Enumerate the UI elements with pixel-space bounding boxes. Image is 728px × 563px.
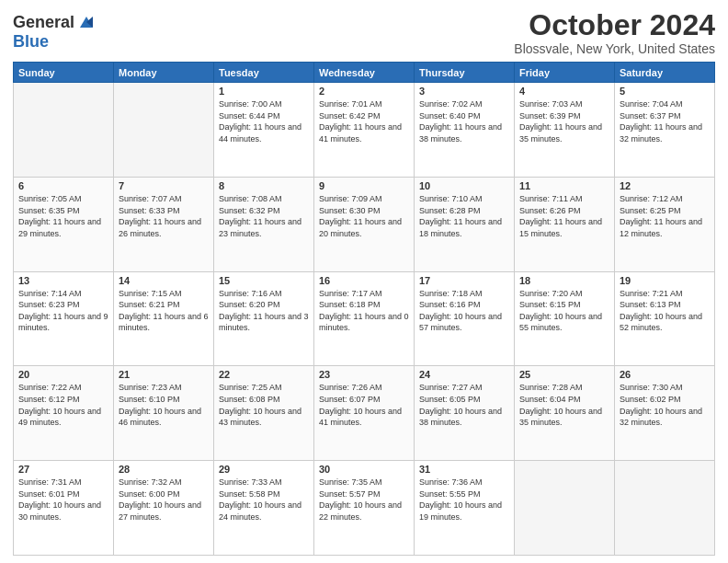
day-number: 20	[18, 369, 108, 380]
table-row: 11Sunrise: 7:11 AMSunset: 6:26 PMDayligh…	[515, 177, 615, 271]
table-row: 13Sunrise: 7:14 AMSunset: 6:23 PMDayligh…	[14, 271, 114, 366]
day-info: Sunrise: 7:26 AMSunset: 6:07 PMDaylight:…	[319, 382, 409, 428]
table-row	[14, 83, 114, 178]
table-row: 10Sunrise: 7:10 AMSunset: 6:28 PMDayligh…	[415, 177, 515, 271]
day-number: 4	[519, 86, 609, 97]
day-number: 17	[419, 275, 509, 286]
day-info: Sunrise: 7:21 AMSunset: 6:13 PMDaylight:…	[620, 288, 710, 334]
day-info: Sunrise: 7:14 AMSunset: 6:23 PMDaylight:…	[18, 288, 108, 334]
week-row-4: 27Sunrise: 7:31 AMSunset: 6:01 PMDayligh…	[14, 461, 715, 556]
day-number: 5	[620, 86, 710, 97]
location: Blossvale, New York, United States	[514, 41, 715, 56]
title-block: October 2024 Blossvale, New York, United…	[514, 9, 715, 56]
day-number: 9	[319, 180, 409, 191]
header-monday: Monday	[114, 63, 214, 83]
day-info: Sunrise: 7:23 AMSunset: 6:10 PMDaylight:…	[119, 382, 209, 428]
month-title: October 2024	[514, 9, 715, 41]
day-info: Sunrise: 7:02 AMSunset: 6:40 PMDaylight:…	[419, 98, 509, 144]
week-row-0: 1Sunrise: 7:00 AMSunset: 6:44 PMDaylight…	[14, 83, 715, 178]
logo-general-text: General	[13, 13, 74, 32]
table-row: 14Sunrise: 7:15 AMSunset: 6:21 PMDayligh…	[114, 271, 214, 366]
day-info: Sunrise: 7:15 AMSunset: 6:21 PMDaylight:…	[119, 288, 209, 334]
day-number: 24	[419, 369, 509, 380]
table-row: 3Sunrise: 7:02 AMSunset: 6:40 PMDaylight…	[415, 83, 515, 178]
table-row: 9Sunrise: 7:09 AMSunset: 6:30 PMDaylight…	[314, 177, 415, 271]
day-number: 22	[219, 369, 309, 380]
day-number: 14	[119, 275, 209, 286]
day-number: 21	[119, 369, 209, 380]
day-number: 31	[419, 464, 509, 475]
day-info: Sunrise: 7:09 AMSunset: 6:30 PMDaylight:…	[319, 193, 409, 239]
day-info: Sunrise: 7:07 AMSunset: 6:33 PMDaylight:…	[119, 193, 209, 239]
day-info: Sunrise: 7:33 AMSunset: 5:58 PMDaylight:…	[219, 477, 309, 523]
table-row: 24Sunrise: 7:27 AMSunset: 6:05 PMDayligh…	[415, 366, 515, 461]
table-row: 8Sunrise: 7:08 AMSunset: 6:32 PMDaylight…	[214, 177, 314, 271]
table-row: 28Sunrise: 7:32 AMSunset: 6:00 PMDayligh…	[114, 461, 214, 556]
header: General Blue October 2024 Blossvale, New…	[13, 9, 715, 56]
week-row-1: 6Sunrise: 7:05 AMSunset: 6:35 PMDaylight…	[14, 177, 715, 271]
day-number: 26	[620, 369, 710, 380]
header-tuesday: Tuesday	[214, 63, 314, 83]
day-info: Sunrise: 7:12 AMSunset: 6:25 PMDaylight:…	[620, 193, 710, 239]
table-row	[515, 461, 615, 556]
day-info: Sunrise: 7:11 AMSunset: 6:26 PMDaylight:…	[519, 193, 609, 239]
table-row: 16Sunrise: 7:17 AMSunset: 6:18 PMDayligh…	[314, 271, 415, 366]
day-number: 18	[519, 275, 609, 286]
table-row	[615, 461, 715, 556]
table-row: 4Sunrise: 7:03 AMSunset: 6:39 PMDaylight…	[515, 83, 615, 178]
table-row: 17Sunrise: 7:18 AMSunset: 6:16 PMDayligh…	[415, 271, 515, 366]
table-row: 20Sunrise: 7:22 AMSunset: 6:12 PMDayligh…	[14, 366, 114, 461]
day-number: 30	[319, 464, 409, 475]
day-info: Sunrise: 7:27 AMSunset: 6:05 PMDaylight:…	[419, 382, 509, 428]
day-number: 27	[18, 464, 108, 475]
day-number: 11	[519, 180, 609, 191]
page: General Blue October 2024 Blossvale, New…	[0, 0, 728, 563]
day-info: Sunrise: 7:05 AMSunset: 6:35 PMDaylight:…	[18, 193, 108, 239]
table-row: 26Sunrise: 7:30 AMSunset: 6:02 PMDayligh…	[615, 366, 715, 461]
day-number: 16	[319, 275, 409, 286]
logo-blue-text: Blue	[13, 32, 49, 52]
table-row: 18Sunrise: 7:20 AMSunset: 6:15 PMDayligh…	[515, 271, 615, 366]
day-info: Sunrise: 7:20 AMSunset: 6:15 PMDaylight:…	[519, 288, 609, 334]
table-row: 23Sunrise: 7:26 AMSunset: 6:07 PMDayligh…	[314, 366, 415, 461]
table-row	[114, 83, 214, 178]
day-number: 19	[620, 275, 710, 286]
day-info: Sunrise: 7:16 AMSunset: 6:20 PMDaylight:…	[219, 288, 309, 334]
table-row: 25Sunrise: 7:28 AMSunset: 6:04 PMDayligh…	[515, 366, 615, 461]
table-row: 2Sunrise: 7:01 AMSunset: 6:42 PMDaylight…	[314, 83, 415, 178]
table-row: 31Sunrise: 7:36 AMSunset: 5:55 PMDayligh…	[415, 461, 515, 556]
day-number: 6	[18, 180, 108, 191]
day-info: Sunrise: 7:00 AMSunset: 6:44 PMDaylight:…	[219, 98, 309, 144]
table-row: 29Sunrise: 7:33 AMSunset: 5:58 PMDayligh…	[214, 461, 314, 556]
day-info: Sunrise: 7:25 AMSunset: 6:08 PMDaylight:…	[219, 382, 309, 428]
day-number: 1	[219, 86, 309, 97]
day-number: 7	[119, 180, 209, 191]
table-row: 12Sunrise: 7:12 AMSunset: 6:25 PMDayligh…	[615, 177, 715, 271]
day-info: Sunrise: 7:03 AMSunset: 6:39 PMDaylight:…	[519, 98, 609, 144]
day-number: 2	[319, 86, 409, 97]
header-thursday: Thursday	[415, 63, 515, 83]
day-number: 3	[419, 86, 509, 97]
week-row-3: 20Sunrise: 7:22 AMSunset: 6:12 PMDayligh…	[14, 366, 715, 461]
table-row: 6Sunrise: 7:05 AMSunset: 6:35 PMDaylight…	[14, 177, 114, 271]
day-number: 28	[119, 464, 209, 475]
header-wednesday: Wednesday	[314, 63, 415, 83]
day-info: Sunrise: 7:31 AMSunset: 6:01 PMDaylight:…	[18, 477, 108, 523]
table-row: 21Sunrise: 7:23 AMSunset: 6:10 PMDayligh…	[114, 366, 214, 461]
table-row: 30Sunrise: 7:35 AMSunset: 5:57 PMDayligh…	[314, 461, 415, 556]
week-row-2: 13Sunrise: 7:14 AMSunset: 6:23 PMDayligh…	[14, 271, 715, 366]
day-info: Sunrise: 7:17 AMSunset: 6:18 PMDaylight:…	[319, 288, 409, 334]
day-info: Sunrise: 7:30 AMSunset: 6:02 PMDaylight:…	[620, 382, 710, 428]
day-number: 12	[620, 180, 710, 191]
day-info: Sunrise: 7:32 AMSunset: 6:00 PMDaylight:…	[119, 477, 209, 523]
logo: General Blue	[13, 9, 97, 52]
day-info: Sunrise: 7:22 AMSunset: 6:12 PMDaylight:…	[18, 382, 108, 428]
day-number: 8	[219, 180, 309, 191]
day-info: Sunrise: 7:08 AMSunset: 6:32 PMDaylight:…	[219, 193, 309, 239]
table-row: 1Sunrise: 7:00 AMSunset: 6:44 PMDaylight…	[214, 83, 314, 178]
day-info: Sunrise: 7:35 AMSunset: 5:57 PMDaylight:…	[319, 477, 409, 523]
header-sunday: Sunday	[14, 63, 114, 83]
table-row: 7Sunrise: 7:07 AMSunset: 6:33 PMDaylight…	[114, 177, 214, 271]
table-row: 5Sunrise: 7:04 AMSunset: 6:37 PMDaylight…	[615, 83, 715, 178]
day-info: Sunrise: 7:36 AMSunset: 5:55 PMDaylight:…	[419, 477, 509, 523]
